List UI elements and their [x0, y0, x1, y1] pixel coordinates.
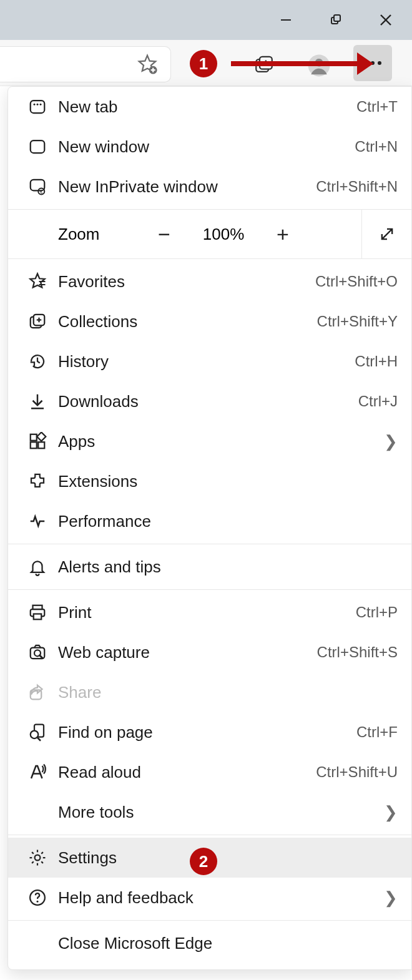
- menu-label: More tools: [56, 803, 384, 822]
- web-capture-icon: [19, 643, 56, 662]
- menu-shortcut: Ctrl+Shift+S: [317, 644, 398, 661]
- find-icon: [19, 723, 56, 742]
- menu-label: Read aloud: [56, 763, 316, 782]
- callout-step-2: 2: [190, 848, 217, 875]
- menu-separator: [8, 920, 411, 921]
- menu-label: Find on page: [56, 723, 356, 742]
- history-icon: [19, 352, 56, 371]
- favorites-icon: [19, 272, 56, 291]
- new-window-icon: [19, 137, 56, 156]
- menu-web-capture[interactable]: Web capture Ctrl+Shift+S: [8, 632, 411, 672]
- menu-shortcut: Ctrl+Shift+N: [316, 178, 398, 195]
- window-close-button[interactable]: [378, 12, 393, 27]
- svg-point-19: [37, 104, 39, 105]
- svg-rect-40: [34, 614, 42, 620]
- menu-label: Collections: [56, 312, 317, 331]
- menu-label: New tab: [56, 97, 356, 117]
- zoom-value: 100%: [189, 225, 258, 244]
- menu-find[interactable]: Find on page Ctrl+F: [8, 712, 411, 752]
- menu-label: Settings: [56, 848, 398, 868]
- menu-more-tools[interactable]: More tools ❯: [8, 792, 411, 832]
- svg-point-18: [34, 104, 36, 105]
- menu-shortcut: Ctrl+Shift+U: [316, 763, 398, 781]
- menu-shortcut: Ctrl+Shift+Y: [317, 313, 398, 330]
- read-aloud-icon: [19, 763, 56, 782]
- menu-alerts[interactable]: Alerts and tips: [8, 547, 411, 587]
- chevron-right-icon: ❯: [384, 803, 398, 822]
- menu-shortcut: Ctrl+Shift+O: [315, 273, 398, 290]
- menu-label: Close Microsoft Edge: [56, 934, 398, 953]
- menu-collections[interactable]: Collections Ctrl+Shift+Y: [8, 301, 411, 341]
- new-tab-icon: [19, 97, 56, 116]
- zoom-label: Zoom: [8, 225, 139, 244]
- zoom-out-button[interactable]: −: [139, 222, 189, 247]
- menu-separator: [8, 835, 411, 835]
- menu-shortcut: Ctrl+F: [356, 723, 398, 741]
- window-titlebar: [0, 0, 412, 40]
- menu-label: Alerts and tips: [56, 557, 398, 577]
- window-maximize-button[interactable]: [328, 12, 343, 27]
- menu-label: Performance: [56, 512, 398, 531]
- menu-print[interactable]: Print Ctrl+P: [8, 592, 411, 632]
- svg-line-25: [381, 229, 391, 239]
- menu-share: Share: [8, 672, 411, 712]
- extensions-icon: [19, 472, 56, 491]
- menu-separator: [8, 589, 411, 590]
- menu-label: New InPrivate window: [56, 177, 316, 197]
- svg-rect-37: [37, 432, 46, 441]
- menu-performance[interactable]: Performance: [8, 501, 411, 541]
- chevron-right-icon: ❯: [384, 432, 398, 451]
- menu-label: Print: [56, 603, 356, 622]
- svg-point-20: [40, 104, 42, 105]
- menu-inprivate-window[interactable]: € New InPrivate window Ctrl+Shift+N: [8, 167, 411, 207]
- menu-shortcut: Ctrl+T: [356, 98, 398, 115]
- menu-history[interactable]: History Ctrl+H: [8, 341, 411, 381]
- inprivate-icon: €: [19, 177, 56, 196]
- window-minimize-button[interactable]: [278, 12, 293, 27]
- menu-shortcut: Ctrl+P: [356, 604, 398, 621]
- menu-label: History: [56, 352, 355, 371]
- callout-arrow: [231, 61, 360, 66]
- menu-label: Extensions: [56, 472, 398, 491]
- svg-rect-36: [31, 442, 37, 448]
- add-favorite-icon[interactable]: [137, 54, 158, 75]
- menu-label: Help and feedback: [56, 888, 384, 908]
- menu-help[interactable]: Help and feedback ❯: [8, 878, 411, 918]
- help-icon: [19, 888, 56, 907]
- fullscreen-button[interactable]: [361, 210, 411, 258]
- svg-rect-21: [31, 140, 45, 153]
- downloads-icon: [19, 392, 56, 411]
- menu-extensions[interactable]: Extensions: [8, 461, 411, 501]
- address-bar[interactable]: [0, 46, 171, 82]
- callout-step-1: 1: [190, 50, 217, 77]
- zoom-in-button[interactable]: +: [258, 222, 308, 247]
- menu-read-aloud[interactable]: Read aloud Ctrl+Shift+U: [8, 752, 411, 792]
- svg-point-48: [35, 855, 41, 861]
- menu-label: Share: [56, 683, 398, 702]
- svg-point-45: [31, 731, 39, 739]
- menu-label: Apps: [56, 432, 384, 451]
- svg-point-16: [378, 61, 381, 65]
- settings-icon: [19, 848, 56, 867]
- chevron-right-icon: ❯: [384, 888, 398, 908]
- menu-new-tab[interactable]: New tab Ctrl+T: [8, 87, 411, 127]
- svg-line-46: [37, 738, 41, 741]
- menu-new-window[interactable]: New window Ctrl+N: [8, 127, 411, 167]
- settings-menu: New tab Ctrl+T New window Ctrl+N € New I…: [7, 86, 412, 970]
- menu-zoom: Zoom − 100% +: [8, 209, 411, 259]
- svg-rect-17: [31, 100, 45, 113]
- menu-label: Downloads: [56, 392, 358, 411]
- bell-icon: [19, 557, 56, 576]
- menu-close-edge[interactable]: Close Microsoft Edge: [8, 923, 411, 963]
- svg-point-50: [37, 901, 39, 903]
- menu-favorites[interactable]: Favorites Ctrl+Shift+O: [8, 262, 411, 301]
- menu-shortcut: Ctrl+J: [358, 393, 398, 410]
- collections-icon: [19, 312, 56, 331]
- menu-downloads[interactable]: Downloads Ctrl+J: [8, 381, 411, 421]
- share-icon: [19, 683, 56, 702]
- menu-label: Web capture: [56, 643, 317, 662]
- svg-rect-2: [334, 15, 340, 21]
- svg-rect-35: [38, 442, 44, 448]
- menu-apps[interactable]: Apps ❯: [8, 421, 411, 461]
- menu-label: New window: [56, 137, 355, 157]
